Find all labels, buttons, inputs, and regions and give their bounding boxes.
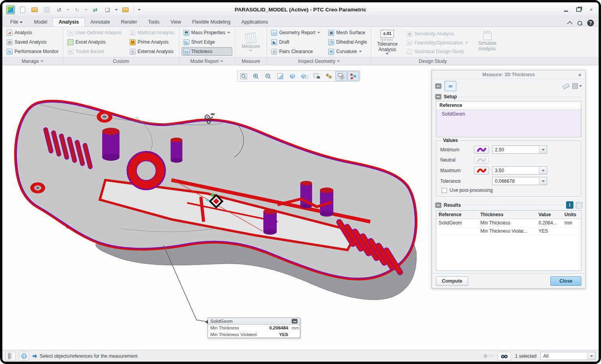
minimize-button[interactable] bbox=[562, 7, 570, 13]
results-table[interactable]: Reference Thickness Value Units SolidGeo… bbox=[436, 210, 581, 271]
prime-analysis-button[interactable]: MPrime Analysis bbox=[128, 38, 176, 46]
selection-filter-dropdown-button[interactable] bbox=[587, 352, 595, 360]
pairs-clearance-button[interactable]: ⊙Pairs Clearance bbox=[269, 47, 322, 56]
mathcad-analysis-button[interactable]: ∑Mathcad Analysis bbox=[128, 28, 176, 37]
zoom-out-button[interactable] bbox=[262, 71, 274, 81]
tab-tools[interactable]: Tools bbox=[143, 18, 165, 26]
thickness-mode-button[interactable]: 3D bbox=[445, 81, 456, 91]
close-panel-button[interactable]: Close bbox=[550, 276, 581, 286]
tab-model[interactable]: Model bbox=[28, 18, 53, 26]
zoom-in-button[interactable] bbox=[250, 71, 262, 81]
performance-monitor-button[interactable]: ∿Performance Monitor bbox=[5, 47, 61, 56]
post-processing-checkbox[interactable] bbox=[442, 188, 447, 193]
callout-header[interactable]: SolidGeom bbox=[208, 318, 300, 325]
minimum-dropdown-button[interactable] bbox=[539, 146, 547, 153]
graphics-area[interactable]: SolidGeom Min Thickness 0.206484 mm Min … bbox=[2, 65, 599, 350]
restore-button[interactable] bbox=[575, 7, 582, 13]
maximum-combobox[interactable]: 3.50 bbox=[492, 166, 547, 175]
search-icon[interactable] bbox=[577, 20, 583, 26]
external-analysis-button[interactable]: ⎘External Analysis bbox=[128, 47, 176, 56]
save-button[interactable] bbox=[42, 6, 51, 14]
redo-dropdown-icon[interactable] bbox=[85, 9, 88, 11]
sensitivity-analysis-button[interactable]: ▣Sensitivity Analysis bbox=[404, 29, 470, 38]
tolerance-analysis-button[interactable]: ±.01 Tolerance Analysis bbox=[375, 29, 400, 55]
maximum-dropdown-button[interactable] bbox=[539, 167, 547, 174]
results-table-row[interactable]: SolidGeom Min Thickness 0.2064... mm bbox=[436, 219, 581, 227]
reference-item[interactable]: SolidGeom bbox=[442, 111, 465, 117]
reference-collector[interactable]: Reference SolidGeom bbox=[436, 101, 581, 137]
info-icon[interactable]: i bbox=[566, 201, 573, 209]
report-icon[interactable] bbox=[576, 202, 582, 208]
tab-render[interactable]: Render bbox=[116, 18, 143, 26]
minimum-color-button[interactable] bbox=[474, 146, 489, 154]
measure-big-button[interactable]: Measure bbox=[238, 29, 263, 55]
callout-collapse-button[interactable] bbox=[292, 319, 298, 324]
find-button[interactable] bbox=[498, 352, 511, 360]
simulate-analysis-button[interactable]: Simulate Analysis bbox=[475, 29, 500, 55]
clear-results-icon[interactable] bbox=[562, 83, 570, 89]
neutral-color-button[interactable] bbox=[474, 156, 489, 164]
minimum-combobox[interactable]: 2.50 bbox=[492, 145, 547, 154]
undo-dropdown-icon[interactable] bbox=[66, 9, 70, 11]
help-icon[interactable]: ? bbox=[587, 20, 594, 26]
saved-orientations-button[interactable] bbox=[299, 71, 311, 81]
statistical-design-study-button[interactable]: ⌒Statistical Design Study bbox=[404, 47, 470, 56]
curvature-button[interactable]: ≋Curvature bbox=[326, 47, 369, 56]
results-table-row[interactable]: Min Thickness Violat... YES bbox=[436, 227, 581, 235]
windows-dropdown-icon[interactable] bbox=[115, 9, 118, 11]
redo-button[interactable]: ↻ bbox=[72, 6, 82, 14]
minimize-ribbon-icon[interactable] bbox=[567, 21, 573, 26]
web-browser-button[interactable] bbox=[19, 352, 29, 360]
tolerance-dropdown-button[interactable] bbox=[539, 177, 547, 185]
mesh-surface-button[interactable]: ▦Mesh Surface bbox=[326, 28, 369, 37]
model-tree-toggle-button[interactable] bbox=[6, 352, 16, 360]
saved-analysis-button[interactable]: ▤Saved Analysis bbox=[5, 38, 61, 46]
selection-filter-combobox[interactable]: All bbox=[540, 352, 595, 360]
zoom-fit-button[interactable] bbox=[238, 71, 250, 81]
group-label-inspect-geometry[interactable]: Inspect Geometry bbox=[267, 57, 371, 65]
display-style-button[interactable] bbox=[287, 71, 298, 81]
open-file-button[interactable] bbox=[30, 6, 39, 14]
view-manager-button[interactable] bbox=[311, 71, 323, 81]
dihedral-angle-button[interactable]: ◹Dihedral Angle bbox=[326, 38, 369, 46]
regenerate-button[interactable]: ⇄ bbox=[90, 6, 100, 14]
thickness-button[interactable]: ▭Thickness bbox=[182, 47, 233, 56]
maximum-color-button[interactable] bbox=[474, 167, 489, 175]
feasibility-optimization-button[interactable]: ◎Feasibility/Optimization bbox=[404, 39, 470, 47]
new-file-button[interactable] bbox=[18, 6, 27, 14]
reference-list[interactable]: SolidGeom bbox=[436, 110, 581, 136]
annotation-display-button[interactable] bbox=[335, 71, 347, 81]
user-defined-analysis-button[interactable]: ✎User-Defined Analysis bbox=[66, 28, 124, 37]
panel-title-bar[interactable]: Measure: 3D Thickness × bbox=[432, 70, 585, 79]
tab-flexible-modeling[interactable]: Flexible Modeling bbox=[187, 18, 236, 26]
spin-center-button[interactable] bbox=[347, 71, 359, 81]
save-results-button[interactable] bbox=[572, 83, 582, 89]
compute-button[interactable]: Compute bbox=[436, 276, 468, 286]
toolkit-based-button[interactable]: ⇄Toolkit-Based bbox=[66, 47, 124, 56]
result-callout[interactable]: SolidGeom Min Thickness 0.206484 mm Min … bbox=[208, 318, 300, 338]
datum-display-filters-button[interactable] bbox=[323, 71, 335, 81]
tab-analysis[interactable]: Analysis bbox=[53, 18, 85, 26]
panel-close-icon[interactable]: × bbox=[577, 72, 583, 78]
setup-collapse-button[interactable] bbox=[435, 94, 441, 99]
close-window-button[interactable] bbox=[121, 6, 130, 14]
mass-properties-button[interactable]: ⬒Mass Properties bbox=[182, 28, 233, 37]
draft-button[interactable]: ◣Draft bbox=[269, 38, 322, 46]
tab-applications[interactable]: Applications bbox=[236, 18, 273, 26]
repaint-button[interactable] bbox=[274, 71, 286, 81]
customize-qat-icon[interactable] bbox=[138, 9, 141, 11]
group-label-model-report[interactable]: Model Report bbox=[179, 57, 235, 65]
tolerance-combobox[interactable]: 0.066678 bbox=[492, 177, 547, 185]
short-edge-button[interactable]: ◺Short Edge bbox=[182, 38, 233, 46]
geometry-report-button[interactable]: ⌓Geometry Report bbox=[269, 28, 322, 37]
tab-annotate[interactable]: Annotate bbox=[85, 18, 116, 26]
undo-button[interactable]: ↺ bbox=[54, 6, 64, 14]
tab-file[interactable]: File bbox=[5, 18, 28, 26]
group-label-manage[interactable]: Manage bbox=[2, 57, 63, 65]
analysis-button[interactable]: ⊿Analysis bbox=[5, 28, 61, 37]
tab-view[interactable]: View bbox=[165, 18, 187, 26]
close-button[interactable]: × bbox=[588, 7, 595, 13]
panel-collapse-button[interactable] bbox=[435, 83, 441, 89]
windows-button[interactable]: ❏ bbox=[103, 6, 112, 14]
results-collapse-button[interactable] bbox=[435, 202, 441, 208]
